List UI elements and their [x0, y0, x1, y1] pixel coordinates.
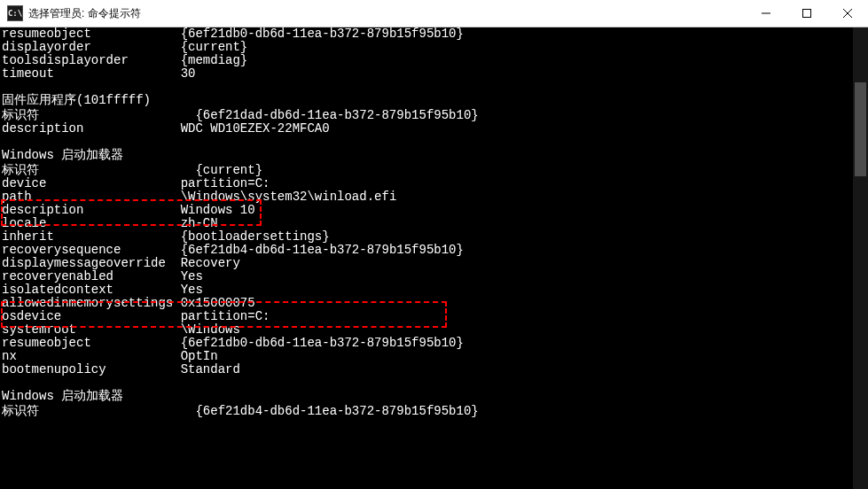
kv-value: {6ef21db0-db6d-11ea-b372-879b15f95b10}	[181, 27, 464, 41]
kv-key: osdevice	[2, 310, 181, 323]
kv-line: osdevice partition=C:	[0, 310, 868, 323]
kv-key: 标识符	[2, 405, 195, 418]
kv-line: 标识符 {6ef21db4-db6d-11ea-b372-879b15f95b1…	[0, 405, 868, 418]
section-text: Windows 启动加载器	[2, 390, 123, 403]
window-controls	[746, 0, 868, 27]
kv-key: 标识符	[2, 109, 195, 122]
kv-key: resumeobject	[2, 27, 181, 41]
svg-rect-0	[803, 10, 811, 18]
kv-value: {memdiag}	[181, 54, 248, 67]
kv-line: displayorder {current}	[0, 41, 868, 54]
kv-line: allowedinmemorysettings 0x15000075	[0, 297, 868, 310]
kv-value: {6ef21dad-db6d-11ea-b372-879b15f95b10}	[195, 109, 478, 122]
kv-key: systemroot	[2, 323, 181, 337]
scrollbar-thumb[interactable]	[855, 82, 866, 176]
kv-value: OptIn	[181, 350, 218, 363]
kv-line: inherit {bootloadersettings}	[0, 230, 868, 244]
kv-value: {bootloadersettings}	[181, 230, 330, 244]
kv-key: recoverysequence	[2, 244, 181, 257]
kv-value: WDC WD10EZEX-22MFCA0	[181, 122, 330, 136]
kv-value: partition=C:	[181, 310, 270, 323]
kv-line: nx OptIn	[0, 350, 868, 363]
kv-value: {current}	[181, 41, 248, 54]
kv-line: recoverysequence {6ef21db4-db6d-11ea-b37…	[0, 244, 868, 257]
vertical-scrollbar[interactable]	[853, 27, 868, 489]
kv-value: \Windows\system32\winload.efi	[181, 190, 397, 204]
kv-value: Yes	[181, 283, 203, 297]
kv-line: locale zh-CN	[0, 217, 868, 230]
kv-key: device	[2, 177, 181, 190]
kv-line: description Windows 10	[0, 204, 868, 217]
kv-value: Standard	[181, 363, 240, 376]
kv-key: bootmenupolicy	[2, 363, 181, 376]
kv-line: device partition=C:	[0, 177, 868, 190]
kv-key: displayorder	[2, 41, 181, 54]
kv-key: inherit	[2, 230, 181, 244]
minimize-button[interactable]	[746, 0, 786, 27]
kv-line: timeout 30	[0, 67, 868, 81]
kv-key: locale	[2, 217, 181, 230]
kv-line: displaymessageoverride Recovery	[0, 257, 868, 270]
kv-line: description WDC WD10EZEX-22MFCA0	[0, 122, 868, 136]
kv-key: path	[2, 190, 181, 204]
kv-value: zh-CN	[181, 217, 218, 230]
kv-line: toolsdisplayorder {memdiag}	[0, 54, 868, 67]
kv-key: description	[2, 204, 181, 217]
kv-line: recoveryenabled Yes	[0, 270, 868, 283]
kv-value: 0x15000075	[181, 297, 255, 310]
kv-key: recoveryenabled	[2, 270, 181, 283]
kv-value: \Windows	[181, 323, 240, 337]
cmd-icon: C:\	[7, 5, 23, 21]
kv-key: nx	[2, 350, 181, 363]
kv-value: Recovery	[181, 257, 240, 270]
kv-value: {6ef21db4-db6d-11ea-b372-879b15f95b10}	[195, 405, 478, 418]
kv-key: description	[2, 122, 181, 136]
kv-value: {6ef21db4-db6d-11ea-b372-879b15f95b10}	[181, 244, 464, 257]
section-text: 固件应用程序(101fffff)	[2, 94, 151, 107]
console-output[interactable]: resumeobject {6ef21db0-db6d-11ea-b372-87…	[0, 27, 868, 489]
kv-key: toolsdisplayorder	[2, 54, 181, 67]
kv-line: 标识符 {6ef21dad-db6d-11ea-b372-879b15f95b1…	[0, 109, 868, 122]
kv-value: 30	[181, 67, 196, 81]
kv-line: 标识符 {current}	[0, 164, 868, 177]
blank-line	[0, 376, 868, 390]
kv-key: isolatedcontext	[2, 283, 181, 297]
kv-value: Yes	[181, 270, 203, 283]
kv-value: {current}	[195, 164, 262, 177]
kv-key: allowedinmemorysettings	[2, 297, 181, 310]
kv-line: systemroot \Windows	[0, 323, 868, 337]
kv-line: resumeobject {6ef21db0-db6d-11ea-b372-87…	[0, 337, 868, 350]
kv-line: path \Windows\system32\winload.efi	[0, 190, 868, 204]
section-text: Windows 启动加载器	[2, 149, 123, 162]
kv-value: Windows 10	[181, 204, 255, 217]
window-title-bar[interactable]: C:\ 选择管理员: 命令提示符	[0, 0, 868, 27]
section-header: Windows 启动加载器	[0, 390, 868, 403]
blank-line	[0, 136, 868, 149]
maximize-button[interactable]	[786, 0, 827, 27]
section-header: 固件应用程序(101fffff)	[0, 94, 868, 107]
close-button[interactable]	[827, 0, 868, 27]
kv-key: displaymessageoverride	[2, 257, 181, 270]
kv-key: timeout	[2, 67, 181, 81]
kv-line: bootmenupolicy Standard	[0, 363, 868, 376]
section-header: Windows 启动加载器	[0, 149, 868, 162]
kv-line: isolatedcontext Yes	[0, 283, 868, 297]
kv-key: 标识符	[2, 164, 195, 177]
kv-key: resumeobject	[2, 337, 181, 350]
kv-value: {6ef21db0-db6d-11ea-b372-879b15f95b10}	[181, 337, 464, 350]
kv-line: resumeobject {6ef21db0-db6d-11ea-b372-87…	[0, 27, 868, 41]
kv-value: partition=C:	[181, 177, 270, 190]
window-title: 选择管理员: 命令提示符	[28, 7, 141, 20]
blank-line	[0, 81, 868, 94]
